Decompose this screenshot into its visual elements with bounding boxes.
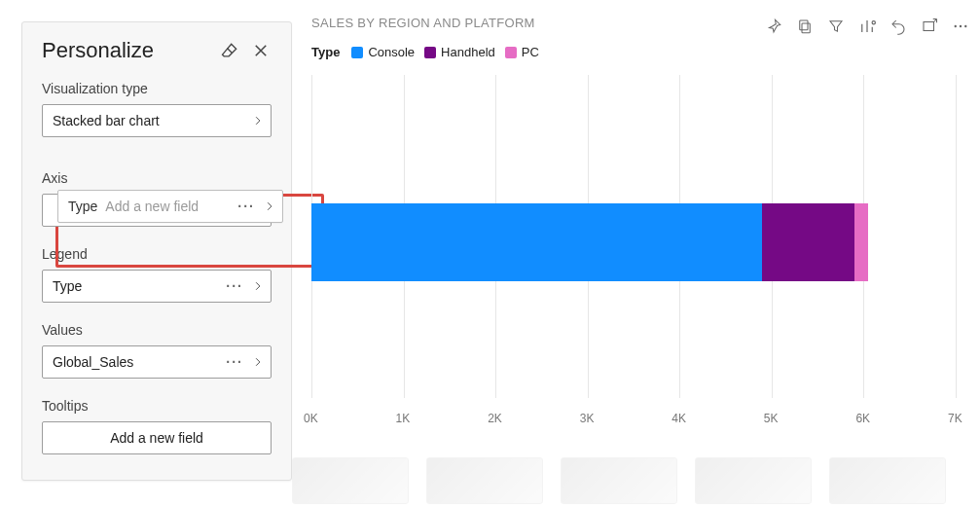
- thumbnail: [561, 457, 677, 504]
- viz-toolbar: [765, 18, 969, 35]
- focus-mode-icon[interactable]: [921, 18, 938, 35]
- legend-label: Legend: [42, 246, 272, 262]
- panel-title: Personalize: [42, 38, 154, 63]
- chevron-right-icon: [253, 281, 263, 291]
- legend-item-label: Console: [368, 45, 415, 59]
- values-section: Values Global_Sales ···: [42, 322, 272, 379]
- x-axis-tick-label: 2K: [488, 412, 502, 425]
- eraser-icon[interactable]: [219, 40, 240, 61]
- chart-plot: 0K1K2K3K4K5K6K7K: [311, 75, 956, 425]
- legend-swatch: [351, 47, 363, 58]
- legend-swatch: [505, 47, 517, 58]
- bar-segment[interactable]: [311, 203, 762, 281]
- x-axis-tick-label: 3K: [580, 412, 595, 425]
- chevron-right-icon: [253, 116, 263, 126]
- filter-icon[interactable]: [827, 18, 845, 35]
- legend-item-label: PC: [522, 45, 539, 59]
- svg-point-6: [964, 25, 966, 27]
- axis-section: Axis Type Add a new field ···: [42, 157, 272, 227]
- viz-header: SALES BY REGION AND PLATFORM: [311, 16, 969, 35]
- background-thumbnails: [292, 457, 973, 506]
- tooltips-section: Tooltips Add a new field: [42, 398, 272, 454]
- legend-value: Type: [53, 278, 82, 294]
- x-axis-tick-label: 4K: [671, 412, 686, 425]
- chart-bar: [311, 203, 956, 281]
- bar-segment[interactable]: [854, 203, 868, 281]
- values-field[interactable]: Global_Sales ···: [42, 345, 272, 379]
- x-axis-tick-label: 5K: [764, 412, 779, 425]
- tooltips-add-label: Add a new field: [110, 430, 203, 446]
- svg-rect-1: [800, 20, 808, 30]
- visualization-type-section: Visualization type Stacked bar chart: [42, 81, 272, 137]
- x-axis-tick-label: 7K: [948, 412, 962, 425]
- close-icon[interactable]: [250, 40, 272, 61]
- axis-placeholder: Add a new field: [105, 199, 199, 214]
- more-options-icon[interactable]: [952, 18, 969, 35]
- panel-header-actions: [219, 40, 272, 61]
- legend-key-label: Type: [311, 45, 340, 59]
- values-label: Values: [42, 322, 272, 338]
- x-axis-tick-label: 6K: [855, 412, 870, 425]
- svg-rect-3: [924, 22, 934, 31]
- panel-header: Personalize: [42, 38, 272, 63]
- more-options-icon[interactable]: ···: [237, 199, 255, 214]
- chevron-right-icon: [265, 201, 274, 211]
- tooltips-add-button[interactable]: Add a new field: [42, 421, 272, 454]
- axis-label: Axis: [42, 170, 272, 186]
- thumbnail: [829, 457, 946, 504]
- visualization-type-value: Stacked bar chart: [53, 113, 160, 128]
- more-options-icon[interactable]: ···: [226, 354, 243, 370]
- thumbnail: [695, 457, 812, 504]
- legend-item-label: Handheld: [441, 45, 495, 59]
- gridline: [956, 75, 957, 398]
- viz-title: SALES BY REGION AND PLATFORM: [311, 16, 535, 30]
- more-options-icon[interactable]: ···: [226, 278, 243, 294]
- copy-icon[interactable]: [796, 18, 814, 35]
- visualization-pane: SALES BY REGION AND PLATFORM: [311, 16, 969, 453]
- svg-point-2: [872, 21, 875, 24]
- svg-rect-0: [802, 23, 810, 33]
- legend-item[interactable]: Console: [351, 45, 415, 59]
- legend-swatch: [424, 47, 436, 58]
- bar-segment[interactable]: [762, 203, 854, 281]
- undo-icon[interactable]: [889, 18, 907, 35]
- thumbnail: [426, 457, 543, 504]
- personalize-icon[interactable]: [858, 18, 876, 35]
- values-value: Global_Sales: [53, 354, 133, 370]
- chevron-right-icon: [253, 357, 263, 367]
- personalize-panel: Personalize Visualization type Stacked b…: [21, 21, 292, 481]
- chart-legend: Type Console Handheld PC: [311, 45, 969, 59]
- x-axis-tick-label: 0K: [304, 412, 318, 425]
- x-axis-tick-label: 1K: [396, 412, 411, 425]
- visualization-type-dropdown[interactable]: Stacked bar chart: [42, 104, 272, 137]
- axis-drag-chip[interactable]: Type Add a new field ···: [57, 190, 283, 223]
- pin-icon[interactable]: [765, 18, 782, 35]
- axis-drag-value: Type: [68, 199, 97, 214]
- legend-field[interactable]: Type ···: [42, 270, 272, 303]
- legend-section: Legend Type ···: [42, 246, 272, 303]
- svg-point-5: [960, 25, 962, 27]
- thumbnail: [292, 457, 409, 504]
- visualization-type-label: Visualization type: [42, 81, 272, 96]
- legend-item[interactable]: Handheld: [424, 45, 495, 59]
- legend-item[interactable]: PC: [505, 45, 539, 59]
- tooltips-label: Tooltips: [42, 398, 272, 414]
- svg-point-4: [955, 25, 957, 27]
